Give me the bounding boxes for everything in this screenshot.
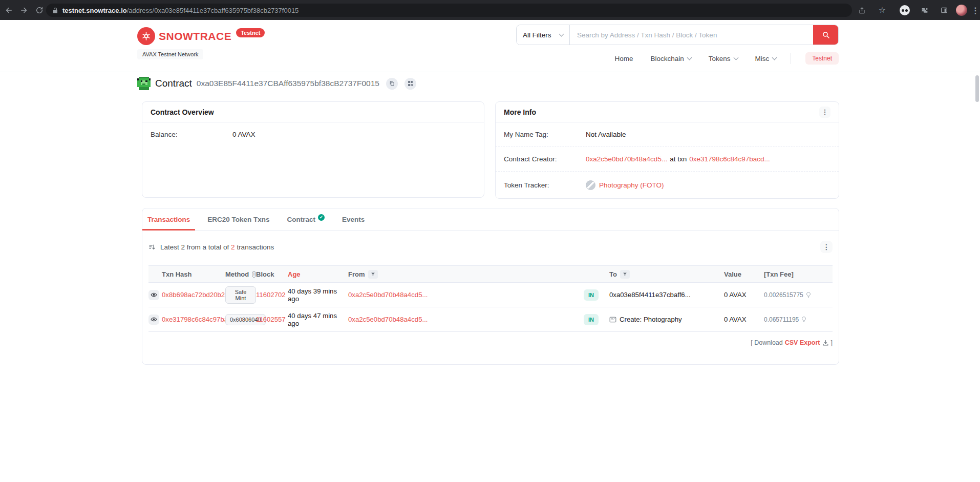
tab-bar: Transactions ERC20 Token Txns Contract✓ … xyxy=(142,208,839,230)
direction-badge: IN xyxy=(584,314,599,325)
preview-eye-button[interactable] xyxy=(148,290,159,300)
token-tracker-link[interactable]: Photography (FOTO) xyxy=(599,181,664,189)
snowtrace-logo[interactable]: SNOWTRACE Testnet xyxy=(137,27,265,45)
nav-blockchain[interactable]: Blockchain xyxy=(650,55,691,62)
from-address-link[interactable]: 0xa2c5e0bd70b48a4cd5... xyxy=(348,316,584,323)
search-bar: All Filters xyxy=(516,25,839,45)
col-method: Method xyxy=(225,270,249,278)
age-value: 40 days 47 mins ago xyxy=(288,312,348,327)
transactions-summary-row: Latest 2 from a total of 2 transactions … xyxy=(148,237,833,257)
to-filter-button[interactable] xyxy=(620,270,630,279)
more-info-card: More Info ⋮ My Name Tag: Not Available C… xyxy=(495,101,839,199)
back-icon[interactable] xyxy=(3,5,14,16)
scrollbar-thumb[interactable] xyxy=(975,75,979,102)
page-title: Contract xyxy=(155,78,192,89)
page-title-row: Contract 0xa03E85F4411e37CBAff635975bf38… xyxy=(137,77,416,90)
col-to: To xyxy=(609,270,617,278)
copy-address-button[interactable] xyxy=(386,78,398,90)
tab-transactions[interactable]: Transactions xyxy=(142,208,195,230)
creator-connector: at txn xyxy=(670,155,687,163)
csv-export-link[interactable]: CSV Export xyxy=(785,339,820,346)
contract-create-link[interactable]: Create: Photography xyxy=(620,316,682,323)
nav-tokens[interactable]: Tokens xyxy=(709,55,738,62)
block-link[interactable]: 11602557 xyxy=(256,316,288,323)
col-txn-fee: [Txn Fee] xyxy=(764,270,833,278)
browser-toolbar: testnet.snowtrace.io/address/0xa03e85f44… xyxy=(0,0,980,20)
search-input[interactable] xyxy=(570,25,813,45)
creator-address-link[interactable]: 0xa2c5e0bd70b48a4cd5... xyxy=(586,155,667,163)
eye-icon xyxy=(151,291,157,298)
search-button[interactable] xyxy=(813,25,838,45)
from-address-link[interactable]: 0xa2c5e0bd70b48a4cd5... xyxy=(348,291,584,299)
overview-card-title: Contract Overview xyxy=(142,102,484,122)
side-panel-icon[interactable] xyxy=(939,5,950,16)
txn-fee: 0.0026515775 xyxy=(764,291,803,299)
tab-contract[interactable]: Contract✓ xyxy=(282,208,330,230)
bookmark-star-icon[interactable]: ☆ xyxy=(877,5,888,16)
site-header: SNOWTRACE Testnet AVAX Testnet Network A… xyxy=(0,20,980,72)
nav-testnet-button[interactable]: Testnet xyxy=(805,52,839,65)
chevron-down-icon xyxy=(559,32,564,37)
extension-avatar-icon[interactable] xyxy=(899,5,910,16)
col-block: Block xyxy=(256,270,288,278)
contract-create-icon xyxy=(609,317,616,323)
to-address: 0xa03e85f4411e37cbaff6... xyxy=(609,291,724,299)
copy-icon xyxy=(389,80,395,87)
more-info-title: More Info xyxy=(504,108,536,116)
profile-avatar[interactable] xyxy=(956,5,967,16)
search-icon xyxy=(822,31,830,39)
token-placeholder-icon xyxy=(586,180,595,190)
reload-icon[interactable] xyxy=(34,5,45,16)
csv-export-row: [ Download CSV Export ] xyxy=(148,339,833,346)
qr-code-icon xyxy=(408,81,413,86)
extensions-puzzle-icon[interactable] xyxy=(919,5,930,16)
chevron-down-icon xyxy=(687,55,692,60)
name-tag-label: My Name Tag: xyxy=(504,131,586,138)
browser-menu-icon[interactable]: ⋮ xyxy=(970,5,980,16)
download-open: [ Download xyxy=(751,339,783,346)
value-cell: 0 AVAX xyxy=(724,291,764,299)
col-from: From xyxy=(348,270,365,278)
tab-events[interactable]: Events xyxy=(337,208,370,230)
brand-name: SNOWTRACE xyxy=(159,30,231,43)
txn-hash-link[interactable]: 0x8b698ac72bd20b2a64... xyxy=(162,291,225,299)
forward-icon[interactable] xyxy=(18,5,30,16)
qr-code-button[interactable] xyxy=(404,78,416,90)
age-value: 40 days 39 mins ago xyxy=(288,287,348,303)
url-host: testnet.snowtrace.io xyxy=(62,7,127,14)
direction-badge: IN xyxy=(584,289,599,301)
balance-value: 0 AVAX xyxy=(232,131,255,138)
table-header-row: Txn Hash Methodi Block Age From To Value… xyxy=(148,265,833,283)
gas-bulb-icon xyxy=(805,291,812,298)
info-icon[interactable]: i xyxy=(252,271,256,278)
nav-home[interactable]: Home xyxy=(614,55,633,62)
snowflake-icon xyxy=(137,27,155,45)
name-tag-value: Not Available xyxy=(586,131,626,138)
col-txn-hash: Txn Hash xyxy=(162,270,225,278)
nav-misc[interactable]: Misc xyxy=(755,55,777,62)
value-cell: 0 AVAX xyxy=(724,316,764,323)
table-row: 0xe31798c6c84c97bacd... 0x60806040 11602… xyxy=(148,307,833,332)
block-link[interactable]: 11602702 xyxy=(256,291,288,299)
more-info-menu-button[interactable]: ⋮ xyxy=(819,107,830,118)
preview-eye-button[interactable] xyxy=(148,315,159,325)
transactions-menu-button[interactable]: ⋮ xyxy=(820,241,833,253)
table-row: 0x8b698ac72bd20b2a64... Safe Mint 116027… xyxy=(148,283,833,307)
creator-txn-link[interactable]: 0xe31798c6c84c97bacd... xyxy=(689,155,770,163)
summary-text: Latest 2 from a total of 2 transactions xyxy=(160,243,274,251)
contract-identicon xyxy=(137,77,151,90)
transactions-table: Txn Hash Methodi Block Age From To Value… xyxy=(148,265,833,332)
col-age[interactable]: Age xyxy=(288,270,348,278)
txn-hash-link[interactable]: 0xe31798c6c84c97bacd... xyxy=(162,316,225,323)
url-bar[interactable]: testnet.snowtrace.io/address/0xa03e85f44… xyxy=(46,4,852,17)
url-path: /address/0xa03e85f4411e37cbaff635975bf38… xyxy=(127,7,299,14)
method-badge: Safe Mint xyxy=(225,286,256,304)
share-icon[interactable] xyxy=(856,5,867,16)
creator-label: Contract Creator: xyxy=(504,155,586,163)
network-label: AVAX Testnet Network xyxy=(137,49,203,59)
download-close: ] xyxy=(831,339,833,346)
from-filter-button[interactable] xyxy=(368,270,378,279)
main-nav: Home Blockchain Tokens Misc Testnet xyxy=(614,52,839,65)
search-filter-select[interactable]: All Filters xyxy=(517,25,570,45)
tab-erc20-token-txns[interactable]: ERC20 Token Txns xyxy=(202,208,274,230)
